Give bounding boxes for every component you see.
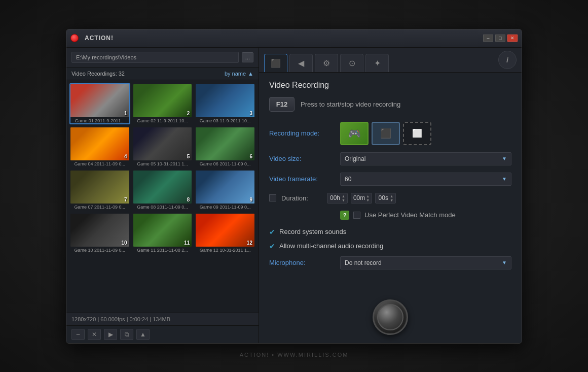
multi-channel-checkmark: ✔ bbox=[269, 242, 275, 250]
title-bar: ACTION! – □ ✕ bbox=[66, 29, 522, 48]
video-framerate-label: Video framerate: bbox=[269, 175, 335, 183]
left-panel: ... Video Recordings: 32 by name ▲ 1Game… bbox=[66, 48, 259, 343]
thumbnail-label: Game 12 10-31-2011 1... bbox=[196, 248, 254, 253]
webcam-tab-icon: ⚙ bbox=[323, 58, 330, 68]
microphone-arrow: ▼ bbox=[502, 260, 507, 265]
mode-desktop-button[interactable]: ⬛ bbox=[372, 122, 400, 145]
thumbnail-item[interactable]: 5Game 05 10-31-2011 1... bbox=[132, 126, 193, 167]
video-tab-icon: ⬛ bbox=[271, 58, 281, 68]
close-button[interactable]: ✕ bbox=[507, 35, 518, 42]
main-content: ... Video Recordings: 32 by name ▲ 1Game… bbox=[66, 48, 522, 343]
hotkey-label: Press to start/stop video recording bbox=[301, 100, 400, 108]
info-button[interactable]: i bbox=[498, 51, 517, 69]
path-input[interactable] bbox=[71, 52, 239, 63]
duration-label: Duration: bbox=[281, 194, 322, 202]
record-button[interactable] bbox=[373, 299, 408, 335]
tab-audio[interactable]: ◀ bbox=[289, 54, 313, 72]
record-sounds-checkmark: ✔ bbox=[269, 228, 275, 236]
panel-content: Video Recording F12 Press to start/stop … bbox=[259, 73, 522, 294]
maximize-button[interactable]: □ bbox=[495, 35, 505, 42]
thumbnail-item[interactable]: 12Game 12 10-31-2011 1... bbox=[195, 213, 255, 254]
path-menu-button[interactable]: ... bbox=[242, 52, 253, 62]
video-size-row: Video size: Original ▼ bbox=[269, 152, 511, 165]
thumbnail-label: Game 09 2011-11-09 0... bbox=[196, 205, 254, 210]
video-framerate-select[interactable]: 60 ▼ bbox=[340, 173, 511, 186]
recordings-count: Video Recordings: 32 bbox=[71, 71, 125, 77]
pvmm-help-button[interactable]: ? bbox=[340, 211, 349, 220]
thumbnail-item[interactable]: 6Game 06 2011-11-09 0... bbox=[195, 126, 255, 167]
minutes-input: 00m ▲ ▼ bbox=[351, 193, 372, 204]
thumbnail-item[interactable]: 8Game 08 2011-11-09 0... bbox=[132, 170, 193, 211]
seconds-down[interactable]: ▼ bbox=[390, 198, 393, 202]
status-bar: 1280x720 | 60.000fps | 0:00:24 | 134MB bbox=[66, 313, 259, 325]
thumbnail-label: Game 10 2011-11-09 0... bbox=[70, 248, 129, 253]
recording-mode-row: Recording mode: 🎮 ⬛ ⬜ bbox=[269, 122, 511, 145]
tab-screenshot[interactable]: ⊙ bbox=[340, 54, 363, 72]
hotkey-row: F12 Press to start/stop video recording bbox=[269, 97, 511, 112]
seconds-input: 00s ▲ ▼ bbox=[375, 193, 396, 204]
mode-game-button[interactable]: 🎮 bbox=[340, 122, 369, 145]
remove-button[interactable]: – bbox=[71, 329, 85, 340]
gamepad-icon: 🎮 bbox=[348, 127, 361, 140]
thumbnail-label: Game 08 2011-11-09 0... bbox=[133, 205, 192, 210]
thumbnail-item[interactable]: 4Game 04 2011-11-09 0... bbox=[69, 126, 130, 167]
pvmm-label: Use Perfect Video Match mode bbox=[364, 211, 456, 219]
duration-checkbox[interactable] bbox=[269, 194, 276, 201]
play-button[interactable]: ▶ bbox=[104, 329, 117, 340]
bottom-toolbar: – ✕ ▶ ⧉ ▲ bbox=[66, 325, 259, 343]
tab-webcam[interactable]: ⚙ bbox=[315, 54, 338, 72]
audio-tab-icon: ◀ bbox=[298, 58, 304, 68]
video-size-label: Video size: bbox=[269, 155, 335, 162]
record-sounds-row: ✔ Record system sounds bbox=[269, 228, 511, 236]
record-btn-inner bbox=[377, 304, 403, 330]
thumbnail-label: Game 03 11-9-2011 10... bbox=[196, 118, 254, 123]
sort-button[interactable]: by name ▲ bbox=[225, 71, 253, 77]
path-bar: ... bbox=[66, 48, 259, 67]
record-sounds-label: Record system sounds bbox=[279, 228, 346, 235]
thumbnail-label: Game 01 2011-9-2011... bbox=[70, 118, 129, 123]
pvmm-checkbox[interactable] bbox=[353, 212, 360, 219]
recording-mode-label: Recording mode: bbox=[269, 129, 335, 137]
upload-button[interactable]: ▲ bbox=[136, 329, 150, 340]
thumbnail-item[interactable]: 10Game 10 2011-11-09 0... bbox=[69, 213, 130, 254]
hours-input: 00h ▲ ▼ bbox=[327, 193, 348, 204]
thumbnail-label: Game 11 2011-11-08 2... bbox=[133, 248, 192, 253]
record-button-container bbox=[259, 294, 522, 343]
thumbnail-item[interactable]: 9Game 09 2011-11-09 0... bbox=[195, 170, 255, 211]
thumbnail-item[interactable]: 7Game 07 2011-11-09 0... bbox=[69, 170, 130, 211]
minutes-up[interactable]: ▲ bbox=[366, 194, 370, 198]
video-framerate-row: Video framerate: 60 ▼ bbox=[269, 173, 511, 186]
thumbnail-label: Game 02 11-9-2011 10... bbox=[133, 118, 192, 123]
thumbnail-item[interactable]: 11Game 11 2011-11-08 2... bbox=[132, 213, 193, 254]
multi-channel-label: Allow multi-channel audio recording bbox=[279, 242, 383, 250]
thumbnail-label: Game 04 2011-11-09 0... bbox=[70, 161, 129, 166]
seconds-up[interactable]: ▲ bbox=[390, 194, 393, 198]
microphone-select[interactable]: Do not record ▼ bbox=[340, 256, 511, 269]
hotkey-badge[interactable]: F12 bbox=[269, 97, 295, 112]
video-size-select[interactable]: Original ▼ bbox=[340, 152, 511, 165]
hours-up[interactable]: ▲ bbox=[342, 194, 345, 198]
tab-settings[interactable]: ✦ bbox=[365, 54, 389, 72]
video-size-arrow: ▼ bbox=[502, 156, 507, 161]
app-window: ACTION! – □ ✕ ... Video Recordings: 32 b… bbox=[66, 29, 522, 344]
thumbnail-label: Game 06 2011-11-09 0... bbox=[196, 161, 254, 166]
screenshot-tab-icon: ⊙ bbox=[349, 58, 355, 68]
minimize-button[interactable]: – bbox=[483, 35, 493, 42]
thumbnail-item[interactable]: 3Game 03 11-9-2011 10... bbox=[195, 83, 255, 124]
tab-video[interactable]: ⬛ bbox=[264, 54, 287, 72]
export-button[interactable]: ⧉ bbox=[120, 329, 133, 340]
microphone-label: Microphone: bbox=[269, 259, 335, 266]
hours-down[interactable]: ▼ bbox=[342, 198, 345, 202]
desktop: ACTION! – □ ✕ ... Video Recordings: 32 b… bbox=[0, 0, 588, 372]
recordings-header: Video Recordings: 32 by name ▲ bbox=[66, 67, 259, 80]
thumbnail-item[interactable]: 2Game 02 11-9-2011 10... bbox=[132, 83, 193, 124]
thumbnail-item[interactable]: 1Game 01 2011-9-2011... bbox=[69, 83, 130, 124]
time-inputs: 00h ▲ ▼ 00m ▲ ▼ bbox=[327, 193, 396, 204]
delete-button[interactable]: ✕ bbox=[88, 329, 101, 340]
section-title: Video Recording bbox=[269, 81, 511, 90]
minutes-down[interactable]: ▼ bbox=[366, 198, 370, 202]
mode-region-button[interactable]: ⬜ bbox=[403, 122, 431, 145]
close-dot[interactable] bbox=[70, 34, 79, 42]
microphone-row: Microphone: Do not record ▼ bbox=[269, 256, 511, 269]
video-framerate-arrow: ▼ bbox=[502, 176, 507, 182]
